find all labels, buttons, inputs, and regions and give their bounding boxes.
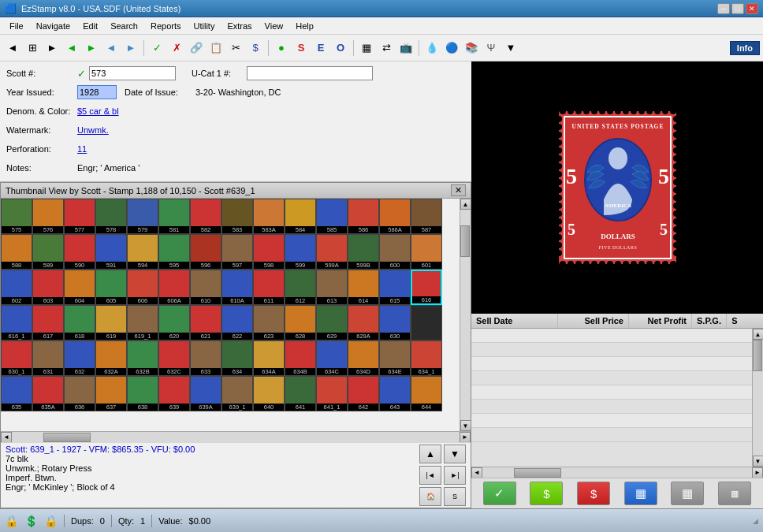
- toolbar-drop-btn[interactable]: 💧: [422, 39, 441, 58]
- sell-hscroll-left[interactable]: ◄: [471, 467, 482, 478]
- toolbar-check-btn[interactable]: ✓: [147, 39, 166, 58]
- stamp-596[interactable]: 596: [190, 234, 221, 270]
- stamp-594[interactable]: 594: [127, 234, 158, 270]
- menu-reports[interactable]: Reports: [144, 20, 188, 32]
- menu-view[interactable]: View: [259, 20, 290, 32]
- thumbnail-hscrollbar[interactable]: ◄ ►: [1, 431, 471, 442]
- stamp-641_1[interactable]: 641_1: [316, 376, 348, 411]
- stamp-642[interactable]: 642: [348, 376, 379, 411]
- thumb-tool-2[interactable]: S: [444, 487, 466, 506]
- stamp-623[interactable]: 623: [253, 305, 285, 340]
- stamp-586A[interactable]: 586A: [379, 199, 411, 234]
- stamp-634D[interactable]: 634D: [348, 340, 379, 376]
- toolbar-green-dot-btn[interactable]: ●: [272, 39, 291, 58]
- stamp-575[interactable]: 575: [1, 199, 32, 234]
- sell-vscrollbar[interactable]: ▲ ▼: [752, 329, 763, 467]
- stamp-591[interactable]: 591: [95, 234, 127, 270]
- thumb-tool-1[interactable]: 🏠: [419, 487, 441, 506]
- toolbar-grid-btn[interactable]: ▦: [357, 39, 376, 58]
- stamp-587[interactable]: 587: [411, 199, 442, 234]
- stamp-589[interactable]: 589: [32, 234, 64, 270]
- close-button[interactable]: ✕: [746, 3, 758, 14]
- stamp-606[interactable]: 606: [127, 270, 158, 305]
- menu-help[interactable]: Help: [289, 20, 320, 32]
- stamp-583[interactable]: 583: [221, 199, 253, 234]
- stamp-605[interactable]: 605: [95, 270, 127, 305]
- stamp-634[interactable]: 634: [221, 340, 253, 376]
- menu-search[interactable]: Search: [104, 20, 144, 32]
- stamp-599A[interactable]: 599A: [316, 234, 348, 270]
- stamp-634C[interactable]: 634C: [316, 340, 348, 376]
- stamp-588[interactable]: 588: [1, 234, 32, 270]
- stamp-615[interactable]: 615: [379, 270, 411, 305]
- stamp-586[interactable]: 586: [348, 199, 379, 234]
- action-dollar-green-btn[interactable]: $: [530, 482, 563, 505]
- maximize-button[interactable]: □: [731, 3, 744, 14]
- thumbnail-close-btn[interactable]: ✕: [451, 184, 466, 196]
- watermark-value[interactable]: Unwmk.: [77, 125, 465, 135]
- sell-hscroll-right[interactable]: ►: [752, 467, 763, 478]
- stamp-634B[interactable]: 634B: [285, 340, 316, 376]
- toolbar-blue-fwd-btn[interactable]: ►: [121, 39, 140, 58]
- stamp-621[interactable]: 621: [190, 305, 221, 340]
- stamp-610[interactable]: 610: [190, 270, 221, 305]
- toolbar-stamp-btn[interactable]: 🔵: [442, 39, 461, 58]
- stamp-617[interactable]: 617: [32, 305, 64, 340]
- action-grid-gray-btn[interactable]: ▦: [671, 482, 704, 505]
- action-grid-blue-btn[interactable]: ▦: [624, 482, 657, 505]
- sell-scroll-thumb[interactable]: [753, 340, 762, 371]
- toolbar-e-btn[interactable]: E: [311, 39, 330, 58]
- stamp-640[interactable]: 640: [253, 376, 285, 411]
- stamp-639A[interactable]: 639A: [190, 376, 221, 411]
- action-camera-btn[interactable]: ▦: [718, 482, 751, 505]
- stamp-644[interactable]: 644: [411, 376, 442, 411]
- sell-scroll-up[interactable]: ▲: [753, 329, 764, 340]
- toolbar-o-btn[interactable]: O: [331, 39, 350, 58]
- stamp-618[interactable]: 618: [64, 305, 95, 340]
- stamp-611[interactable]: 611: [253, 270, 285, 305]
- stamp-630[interactable]: 630: [379, 305, 411, 340]
- stamp-632[interactable]: 632: [64, 340, 95, 376]
- stamp-599[interactable]: 599: [285, 234, 316, 270]
- scroll-up-btn[interactable]: ▲: [460, 199, 471, 210]
- toolbar-cut-btn[interactable]: ✂: [226, 39, 245, 58]
- sell-scroll-down[interactable]: ▼: [753, 456, 764, 467]
- stamp-602[interactable]: 602: [1, 270, 32, 305]
- stamp-590[interactable]: 590: [64, 234, 95, 270]
- stamp-598[interactable]: 598: [253, 234, 285, 270]
- stamp-634_1[interactable]: 634_1: [411, 340, 442, 376]
- hscroll-right-btn[interactable]: ►: [460, 432, 471, 443]
- stamp-636[interactable]: 636: [64, 376, 95, 411]
- menu-utility[interactable]: Utility: [188, 20, 221, 32]
- thumb-nav-up[interactable]: ▲: [419, 445, 441, 463]
- stamp-581[interactable]: 581: [158, 199, 190, 234]
- menu-navigate[interactable]: Navigate: [30, 20, 76, 32]
- sell-hscroll-thumb[interactable]: [514, 468, 561, 478]
- thumbnail-vscrollbar[interactable]: ▲ ▼: [460, 199, 471, 431]
- hscroll-thumb[interactable]: [43, 433, 91, 442]
- scott-input[interactable]: [89, 66, 176, 80]
- stamp-610A[interactable]: 610A: [221, 270, 253, 305]
- stamp-613[interactable]: 613: [316, 270, 348, 305]
- stamp-629[interactable]: 629: [316, 305, 348, 340]
- stamp-597[interactable]: 597: [221, 234, 253, 270]
- thumb-nav-down[interactable]: ▼: [444, 445, 466, 463]
- stamp-635[interactable]: 635: [1, 376, 32, 411]
- stamp-635A[interactable]: 635A: [32, 376, 64, 411]
- stamp-583A[interactable]: 583A: [253, 199, 285, 234]
- stamp-628[interactable]: 628: [285, 305, 316, 340]
- menu-file[interactable]: File: [3, 20, 30, 32]
- stamp-629A[interactable]: 629A: [348, 305, 379, 340]
- stamp-579[interactable]: 579: [127, 199, 158, 234]
- action-check-btn[interactable]: ✓: [483, 482, 516, 505]
- toolbar-nav2-btn[interactable]: ►: [43, 39, 61, 58]
- stamp-639_1[interactable]: 639_1: [221, 376, 253, 411]
- stamp-612[interactable]: 612: [285, 270, 316, 305]
- stamp-603[interactable]: 603: [32, 270, 64, 305]
- toolbar-nav1-btn[interactable]: ⊞: [23, 39, 42, 58]
- info-button[interactable]: Info: [730, 41, 760, 55]
- toolbar-copy-btn[interactable]: 📋: [207, 39, 225, 58]
- sell-hscrollbar[interactable]: ◄ ►: [471, 467, 763, 478]
- stamp-600[interactable]: 600: [379, 234, 411, 270]
- stamp-619[interactable]: 619: [95, 305, 127, 340]
